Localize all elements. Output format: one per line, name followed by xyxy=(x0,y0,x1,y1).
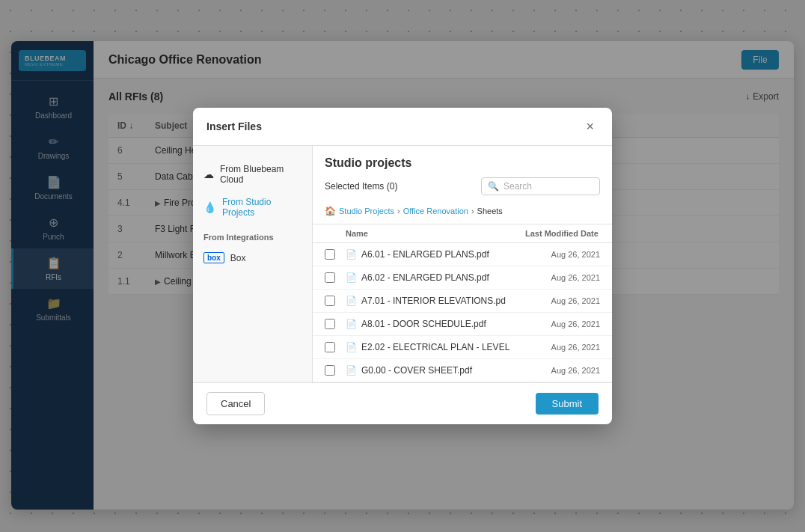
source-studio-label: From Studio Projects xyxy=(222,197,302,218)
cloud-icon: ☁ xyxy=(203,168,214,180)
selected-items-label: Selected Items (0) xyxy=(325,181,397,192)
modal-footer: Cancel Submit xyxy=(193,382,612,424)
file-list-item[interactable]: 📄 A7.01 - INTERIOR ELEVATIONS.pd Aug 26,… xyxy=(313,290,612,313)
file-list-item[interactable]: 📄 E2.02 - ELECTRICAL PLAN - LEVEL Aug 26… xyxy=(313,336,612,359)
file-doc-icon: 📄 xyxy=(346,249,357,260)
file-name: G0.00 - COVER SHEET.pdf xyxy=(361,365,472,376)
file-name-cell: 📄 A6.02 - ENLARGED PLANS.pdf xyxy=(346,272,525,283)
studio-icon: 💧 xyxy=(203,201,216,213)
file-name: A8.01 - DOOR SCHEDULE.pdf xyxy=(361,319,486,329)
modal-title: Insert Files xyxy=(206,120,262,132)
file-checkbox[interactable] xyxy=(325,296,335,306)
modal-right-header: Studio projects Selected Items (0) 🔍 🏠 S… xyxy=(313,146,612,224)
file-doc-icon: 📄 xyxy=(346,365,357,376)
file-name-cell: 📄 A8.01 - DOOR SCHEDULE.pdf xyxy=(346,319,525,329)
file-name-cell: 📄 E2.02 - ELECTRICAL PLAN - LEVEL xyxy=(346,342,525,352)
file-doc-icon: 📄 xyxy=(346,272,357,283)
breadcrumb-office-renovation[interactable]: Office Renovation xyxy=(403,207,468,215)
modal-right-panel: Studio projects Selected Items (0) 🔍 🏠 S… xyxy=(313,146,612,382)
col-check xyxy=(325,229,346,238)
breadcrumb-studio-projects[interactable]: Studio Projects xyxy=(339,207,394,215)
file-name-cell: 📄 G0.00 - COVER SHEET.pdf xyxy=(346,365,525,376)
integrations-label: From Integrations xyxy=(193,224,312,246)
file-name-cell: 📄 A7.01 - INTERIOR ELEVATIONS.pd xyxy=(346,296,525,306)
breadcrumb-sheets: Sheets xyxy=(477,207,503,215)
file-list: 📄 A6.01 - ENLARGED PLANS.pdf Aug 26, 202… xyxy=(313,243,612,382)
file-date: Aug 26, 2021 xyxy=(525,319,600,328)
file-doc-icon: 📄 xyxy=(346,342,357,352)
box-logo: box xyxy=(203,252,224,263)
file-date: Aug 26, 2021 xyxy=(525,366,600,375)
cancel-button[interactable]: Cancel xyxy=(206,392,265,415)
file-checkbox[interactable] xyxy=(325,342,335,352)
file-date: Aug 26, 2021 xyxy=(525,273,600,282)
modal-left-panel: ☁ From Bluebeam Cloud 💧 From Studio Proj… xyxy=(193,146,313,382)
source-cloud-label: From Bluebeam Cloud xyxy=(220,164,302,185)
search-icon: 🔍 xyxy=(488,181,499,192)
box-label: Box xyxy=(230,253,246,263)
file-doc-icon: 📄 xyxy=(346,319,357,329)
file-name: A6.01 - ENLARGED PLANS.pdf xyxy=(361,249,489,260)
file-name: A6.02 - ENLARGED PLANS.pdf xyxy=(361,272,489,283)
modal-overlay: Insert Files × ☁ From Bluebeam Cloud 💧 F… xyxy=(0,0,805,532)
col-date: Last Modified Date xyxy=(525,229,600,238)
file-list-item[interactable]: 📄 A6.01 - ENLARGED PLANS.pdf Aug 26, 202… xyxy=(313,243,612,266)
file-name: E2.02 - ELECTRICAL PLAN - LEVEL xyxy=(361,342,509,352)
modal-header: Insert Files × xyxy=(193,108,612,146)
file-checkbox[interactable] xyxy=(325,249,335,260)
file-name-cell: 📄 A6.01 - ENLARGED PLANS.pdf xyxy=(346,249,525,260)
source-studio[interactable]: 💧 From Studio Projects xyxy=(193,191,312,224)
source-box[interactable]: box Box xyxy=(193,246,312,269)
file-list-item[interactable]: 📄 A6.02 - ENLARGED PLANS.pdf Aug 26, 202… xyxy=(313,266,612,290)
col-name: Name xyxy=(346,229,525,238)
breadcrumb-sep-1: › xyxy=(397,207,400,215)
file-list-header: Name Last Modified Date xyxy=(313,224,612,243)
source-cloud[interactable]: ☁ From Bluebeam Cloud xyxy=(193,158,312,191)
file-name: A7.01 - INTERIOR ELEVATIONS.pd xyxy=(361,296,506,306)
file-checkbox[interactable] xyxy=(325,319,335,329)
file-list-item[interactable]: 📄 A8.01 - DOOR SCHEDULE.pdf Aug 26, 2021 xyxy=(313,313,612,336)
file-list-item[interactable]: 📄 G0.00 - COVER SHEET.pdf Aug 26, 2021 xyxy=(313,359,612,382)
file-checkbox[interactable] xyxy=(325,272,335,283)
search-input[interactable] xyxy=(503,181,593,192)
insert-files-modal: Insert Files × ☁ From Bluebeam Cloud 💧 F… xyxy=(193,108,612,424)
file-date: Aug 26, 2021 xyxy=(525,296,600,305)
search-box[interactable]: 🔍 xyxy=(481,177,600,195)
file-checkbox[interactable] xyxy=(325,365,335,376)
selected-search-row: Selected Items (0) 🔍 xyxy=(325,177,600,195)
breadcrumb: 🏠 Studio Projects › Office Renovation › … xyxy=(325,201,600,218)
submit-button[interactable]: Submit xyxy=(536,393,599,415)
file-doc-icon: 📄 xyxy=(346,296,357,306)
close-button[interactable]: × xyxy=(581,118,599,135)
file-date: Aug 26, 2021 xyxy=(525,343,600,352)
home-icon: 🏠 xyxy=(325,206,336,216)
modal-body: ☁ From Bluebeam Cloud 💧 From Studio Proj… xyxy=(193,146,612,382)
breadcrumb-sep-2: › xyxy=(471,207,474,215)
file-date: Aug 26, 2021 xyxy=(525,250,600,259)
studio-projects-title: Studio projects xyxy=(325,156,600,170)
